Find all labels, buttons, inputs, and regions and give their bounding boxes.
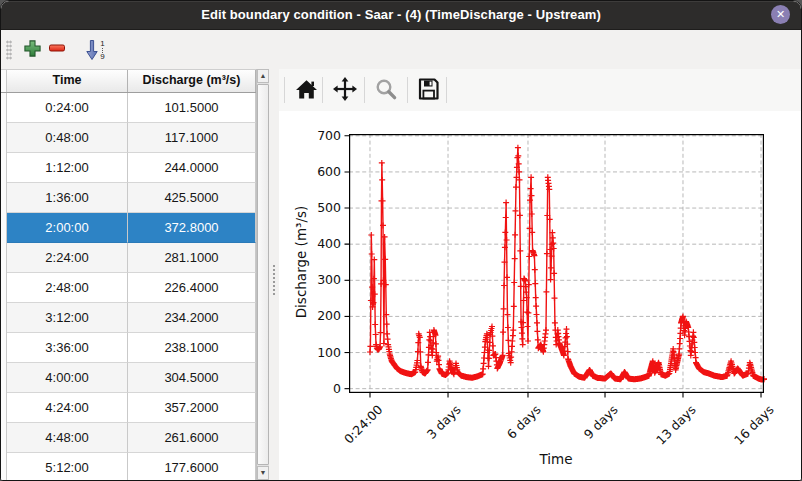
y-tick-label: 100 <box>295 345 341 360</box>
x-tick-label: 6 days <box>504 402 544 442</box>
scroll-down-icon[interactable]: ▼ <box>257 466 269 480</box>
table-row[interactable]: 5:12:00177.6000 <box>1 453 256 480</box>
home-icon <box>295 79 318 104</box>
plus-icon <box>23 39 42 62</box>
sort-digit-top: 1 <box>100 41 104 47</box>
table-row[interactable]: 0:48:00117.1000 <box>1 123 256 153</box>
window-title: Edit boundary condition - Saar - (4) (Ti… <box>1 1 801 29</box>
column-header-discharge[interactable]: Discharge (m³/s) <box>128 70 256 92</box>
time-cell[interactable]: 4:24:00 <box>7 393 128 423</box>
chart-figure[interactable]: Discharge (m³/s) Time 010020030040050060… <box>279 111 801 480</box>
close-icon[interactable]: ✕ <box>771 5 790 24</box>
time-cell[interactable]: 3:12:00 <box>7 303 128 333</box>
discharge-cell[interactable]: 304.5000 <box>128 363 256 393</box>
column-header-time[interactable]: Time <box>7 70 128 92</box>
time-cell[interactable]: 2:00:00 <box>7 213 128 243</box>
main-area: Time Discharge (m³/s) 0:24:00101.50000:4… <box>1 69 801 480</box>
time-cell[interactable]: 2:24:00 <box>7 243 128 273</box>
pan-button[interactable] <box>331 77 359 105</box>
table-row[interactable]: 2:48:00226.4000 <box>1 273 256 303</box>
discharge-cell[interactable]: 177.6000 <box>128 453 256 480</box>
table-row[interactable]: 4:48:00261.6000 <box>1 423 256 453</box>
table-row[interactable]: 3:12:00234.2000 <box>1 303 256 333</box>
sort-ascending-button[interactable]: 1 9 <box>79 38 111 62</box>
discharge-cell[interactable]: 372.8000 <box>128 213 256 243</box>
table-row[interactable]: 4:24:00357.2000 <box>1 393 256 423</box>
y-tick-label: 0 <box>295 381 341 396</box>
time-cell[interactable]: 5:12:00 <box>7 453 128 480</box>
time-cell[interactable]: 0:48:00 <box>7 123 128 153</box>
x-tick-label: 16 days <box>731 402 777 448</box>
y-tick-label: 600 <box>295 164 341 179</box>
x-tick-label: 0:24:00 <box>341 402 386 447</box>
discharge-cell[interactable]: 234.2000 <box>128 303 256 333</box>
time-cell[interactable]: 4:00:00 <box>7 363 128 393</box>
magnifier-icon <box>375 78 398 105</box>
time-cell[interactable]: 3:36:00 <box>7 333 128 363</box>
edit-boundary-condition-window: Edit boundary condition - Saar - (4) (Ti… <box>0 0 802 481</box>
scrollbar-thumb[interactable] <box>257 84 269 465</box>
discharge-cell[interactable]: 226.4000 <box>128 273 256 303</box>
table-row[interactable]: 2:24:00281.1000 <box>1 243 256 273</box>
time-cell[interactable]: 1:36:00 <box>7 183 128 213</box>
discharge-cell[interactable]: 425.5000 <box>128 183 256 213</box>
scrollbar-track[interactable] <box>257 83 269 466</box>
remove-row-button[interactable] <box>45 38 69 62</box>
x-tick-label: 13 days <box>653 402 699 448</box>
pan-icon <box>333 77 357 105</box>
table-header: Time Discharge (m³/s) <box>1 69 256 93</box>
y-tick-label: 300 <box>295 272 341 287</box>
y-tick-label: 500 <box>295 200 341 215</box>
table-row[interactable]: 4:00:00304.5000 <box>1 363 256 393</box>
table-row[interactable]: 3:36:00238.1000 <box>1 333 256 363</box>
home-view-button[interactable] <box>292 77 320 105</box>
discharge-cell[interactable]: 101.5000 <box>128 93 256 123</box>
zoom-to-rect-button[interactable] <box>372 77 400 105</box>
table-row[interactable]: 0:24:00101.5000 <box>1 93 256 123</box>
y-axis-label: Discharge (m³/s) <box>293 152 309 372</box>
x-tick-label: 3 days <box>424 402 464 442</box>
chart-panel: Discharge (m³/s) Time 010020030040050060… <box>279 69 801 480</box>
minus-icon <box>47 38 67 62</box>
discharge-cell[interactable]: 244.0000 <box>128 153 256 183</box>
x-tick-label: 9 days <box>581 402 621 442</box>
time-cell[interactable]: 0:24:00 <box>7 93 128 123</box>
discharge-cell[interactable]: 357.2000 <box>128 393 256 423</box>
add-row-button[interactable] <box>20 38 44 62</box>
y-tick-label: 400 <box>295 236 341 251</box>
panel-splitter[interactable] <box>269 69 279 480</box>
time-cell[interactable]: 1:12:00 <box>7 153 128 183</box>
table-scrollbar[interactable]: ▲▼ <box>256 69 269 480</box>
discharge-cell[interactable]: 117.1000 <box>128 123 256 153</box>
save-icon <box>417 78 439 104</box>
x-axis-label: Time <box>496 451 616 467</box>
discharge-plot[interactable] <box>349 134 764 393</box>
discharge-cell[interactable]: 238.1000 <box>128 333 256 363</box>
time-cell[interactable]: 2:48:00 <box>7 273 128 303</box>
time-cell[interactable]: 4:48:00 <box>7 423 128 453</box>
edit-toolbar: 1 9 <box>1 30 801 70</box>
titlebar[interactable]: Edit boundary condition - Saar - (4) (Ti… <box>1 1 801 30</box>
scroll-up-icon[interactable]: ▲ <box>257 69 269 83</box>
table-row[interactable]: 1:36:00425.5000 <box>1 183 256 213</box>
table-row[interactable]: 2:00:00372.8000 <box>1 213 256 243</box>
chart-toolbar <box>279 69 801 111</box>
toolbar-drag-handle[interactable] <box>6 40 12 60</box>
discharge-cell[interactable]: 261.6000 <box>128 423 256 453</box>
discharge-cell[interactable]: 281.1000 <box>128 243 256 273</box>
y-tick-label: 700 <box>295 128 341 143</box>
table-body: 0:24:00101.50000:48:00117.10001:12:00244… <box>1 93 256 480</box>
table-row[interactable]: 1:12:00244.0000 <box>1 153 256 183</box>
y-tick-label: 200 <box>295 308 341 323</box>
splitter-grip-icon <box>273 265 275 295</box>
sort-ascending-icon: 1 9 <box>85 39 104 61</box>
save-figure-button[interactable] <box>414 77 442 105</box>
timeseries-table-panel: Time Discharge (m³/s) 0:24:00101.50000:4… <box>1 69 269 480</box>
sort-digit-bottom: 9 <box>100 54 104 60</box>
